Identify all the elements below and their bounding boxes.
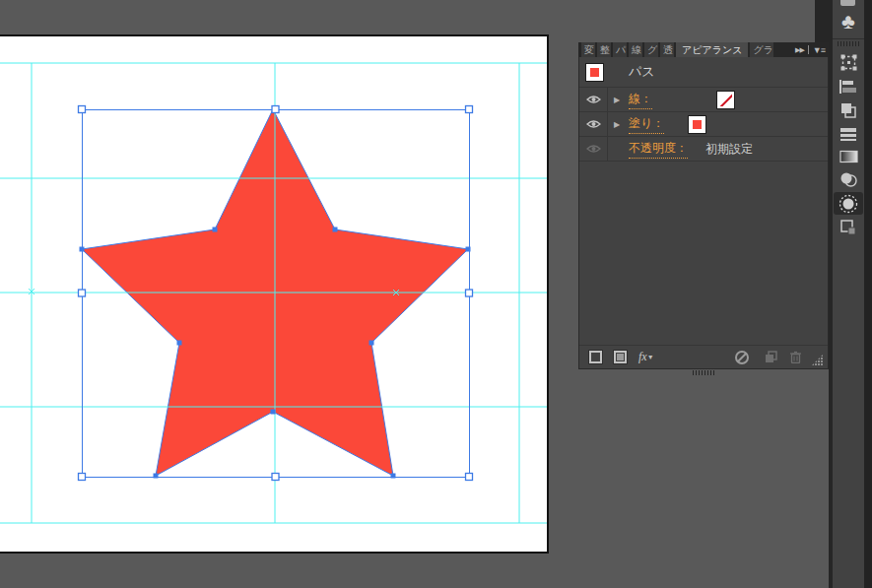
tab-graphic-styles[interactable]: グラ	[750, 42, 773, 57]
bounding-box-handle[interactable]	[272, 106, 279, 113]
symbols-panel-icon[interactable]: ♣	[833, 10, 864, 32]
tab-divider	[808, 45, 809, 54]
appearance-panel-icon[interactable]	[833, 193, 864, 215]
anchor-point[interactable]	[177, 341, 182, 346]
eye-icon	[586, 119, 601, 129]
anchor-point[interactable]	[333, 228, 338, 232]
clipped-panel-icon[interactable]	[840, 0, 855, 6]
target-label: パス	[629, 63, 655, 81]
panel-menu-icon[interactable]: ▼≡	[813, 45, 825, 55]
anchor-point[interactable]	[213, 228, 218, 232]
anchor-point[interactable]	[369, 341, 374, 346]
stroke-none-swatch[interactable]	[717, 92, 734, 108]
align-panel-icon[interactable]	[833, 76, 864, 98]
illustrator-workspace: 変 整 パ 線 グ 透 アピアランス グラ ▶▶ ▼≡ パス	[0, 0, 872, 588]
opacity-link[interactable]: 不透明度：	[629, 140, 688, 159]
tab-pathfinder[interactable]: パ	[613, 42, 627, 57]
visibility-cell[interactable]	[579, 137, 608, 161]
gradient-panel-icon[interactable]	[833, 146, 864, 167]
fill-color-swatch[interactable]	[689, 116, 705, 133]
add-new-stroke-icon[interactable]	[589, 351, 602, 363]
bounding-box-handle[interactable]	[79, 106, 86, 113]
artboard-svg[interactable]	[0, 36, 547, 550]
collapse-panel-icon[interactable]: ▶▶	[795, 46, 804, 54]
panel-empty-area	[579, 162, 828, 345]
bounding-box-handle[interactable]	[272, 474, 279, 481]
fill-link[interactable]: 塗り：	[629, 115, 664, 134]
anchor-point[interactable]	[271, 410, 276, 415]
expand-arrow-icon[interactable]: ▶	[614, 120, 620, 129]
stroke-attribute-row[interactable]: ▶ 線：	[579, 88, 828, 112]
clear-appearance-icon[interactable]	[735, 351, 749, 364]
stroke-panel-icon[interactable]	[833, 123, 864, 145]
delete-item-trash-icon[interactable]	[789, 351, 802, 363]
tab-align[interactable]: 整	[597, 42, 611, 57]
graphic-styles-panel-icon[interactable]	[833, 217, 864, 238]
opacity-attribute-row[interactable]: 不透明度： 初期設定	[579, 137, 828, 162]
panel-group-drag-handle[interactable]	[693, 370, 714, 375]
transparency-panel-icon[interactable]	[833, 168, 864, 190]
appearance-panel: 変 整 パ 線 グ 透 アピアランス グラ ▶▶ ▼≡ パス	[578, 42, 829, 369]
anchor-point[interactable]	[154, 474, 159, 479]
stroke-link[interactable]: 線：	[629, 91, 652, 109]
eye-icon-dimmed	[586, 144, 601, 154]
appearance-target-row[interactable]: パス	[579, 57, 828, 88]
dock-separator	[833, 38, 864, 39]
panel-icon-dock: ♣	[833, 0, 864, 588]
artboard-window[interactable]	[0, 34, 549, 554]
bounding-box-handle[interactable]	[466, 106, 473, 113]
panel-footer: fx▼	[579, 345, 828, 368]
screen-edge-strip	[864, 0, 872, 588]
fill-attribute-row[interactable]: ▶ 塗り：	[579, 112, 828, 137]
add-new-effect-icon[interactable]: fx▼	[638, 350, 654, 364]
transform-panel-icon[interactable]	[833, 51, 864, 73]
tab-stroke[interactable]: 線	[629, 42, 642, 57]
tab-transform[interactable]: 変	[581, 42, 595, 57]
anchor-point[interactable]	[80, 247, 85, 252]
panel-tab-controls: ▶▶ ▼≡	[795, 42, 829, 57]
bounding-box-handle[interactable]	[466, 474, 473, 481]
tab-appearance[interactable]: アピアランス	[676, 42, 748, 57]
tab-transparency[interactable]: 透	[660, 42, 674, 57]
anchor-point[interactable]	[466, 247, 471, 252]
bounding-box-handle[interactable]	[79, 290, 86, 296]
opacity-value: 初期設定	[705, 141, 753, 158]
pathfinder-panel-icon[interactable]	[833, 99, 864, 121]
anchor-point[interactable]	[391, 474, 396, 479]
expand-arrow-icon[interactable]: ▶	[614, 96, 620, 104]
duplicate-item-icon[interactable]	[765, 351, 777, 363]
appearance-panel-body: パス ▶ 線：	[578, 57, 829, 369]
panel-resize-grip[interactable]	[812, 355, 823, 365]
tab-gradient[interactable]: グ	[644, 42, 658, 57]
add-new-fill-icon[interactable]	[614, 351, 627, 363]
eye-icon	[586, 95, 601, 104]
visibility-cell[interactable]	[579, 88, 608, 111]
bounding-box-handle[interactable]	[466, 290, 473, 296]
panel-tab-bar: 変 整 パ 線 グ 透 アピアランス グラ ▶▶ ▼≡	[578, 42, 829, 57]
path-thumbnail-swatch	[586, 64, 603, 81]
bounding-box-handle[interactable]	[79, 474, 86, 481]
dock-drag-handle[interactable]	[838, 41, 859, 46]
visibility-cell[interactable]	[579, 112, 608, 136]
